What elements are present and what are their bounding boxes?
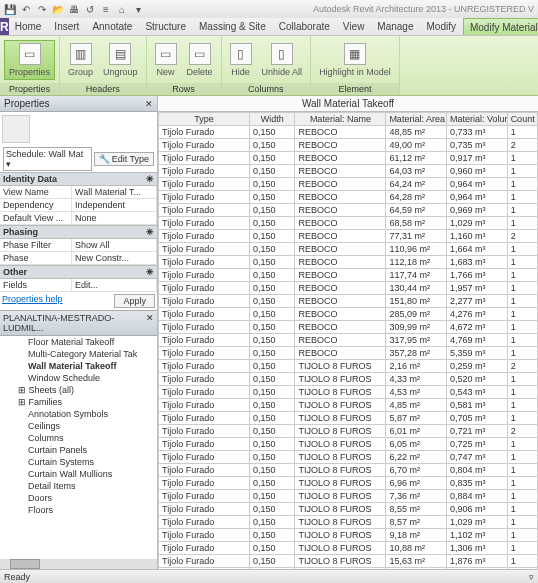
table-row[interactable]: Tijolo Furado0,150REBOCO317,95 m²4,769 m… <box>159 334 538 347</box>
table-cell[interactable]: REBOCO <box>295 308 386 321</box>
table-cell[interactable]: Tijolo Furado <box>159 451 250 464</box>
table-cell[interactable]: 10,88 m² <box>386 542 447 555</box>
table-cell[interactable]: 9,18 m² <box>386 529 447 542</box>
table-cell[interactable]: Tijolo Furado <box>159 542 250 555</box>
table-cell[interactable]: 0,150 <box>249 399 294 412</box>
table-cell[interactable]: 8,57 m² <box>386 516 447 529</box>
horizontal-scrollbar[interactable] <box>0 559 157 569</box>
table-cell[interactable]: 0,150 <box>249 347 294 360</box>
table-cell[interactable]: Tijolo Furado <box>159 295 250 308</box>
table-cell[interactable]: 0,150 <box>249 204 294 217</box>
table-cell[interactable]: 2,277 m³ <box>447 295 508 308</box>
table-cell[interactable]: 0,735 m³ <box>447 139 508 152</box>
app-menu-icon[interactable]: R <box>0 18 9 35</box>
table-cell[interactable]: 0,969 m³ <box>447 204 508 217</box>
table-cell[interactable]: TIJOLO 8 FUROS <box>295 568 386 570</box>
table-cell[interactable]: 0,150 <box>249 295 294 308</box>
table-cell[interactable]: 0,150 <box>249 269 294 282</box>
new-button[interactable]: ▭New <box>151 41 181 79</box>
table-cell[interactable]: Tijolo Furado <box>159 568 250 570</box>
table-cell[interactable]: Tijolo Furado <box>159 308 250 321</box>
table-cell[interactable]: 0,960 m³ <box>447 165 508 178</box>
table-cell[interactable]: 0,150 <box>249 516 294 529</box>
table-cell[interactable]: 1,964 m³ <box>447 568 508 570</box>
table-cell[interactable]: 1 <box>507 334 537 347</box>
sync-icon[interactable]: ↺ <box>84 3 96 15</box>
filter-icon[interactable]: ▿ <box>529 572 534 582</box>
table-cell[interactable]: 6,96 m² <box>386 477 447 490</box>
table-cell[interactable]: TIJOLO 8 FUROS <box>295 412 386 425</box>
table-cell[interactable]: Tijolo Furado <box>159 464 250 477</box>
table-cell[interactable]: TIJOLO 8 FUROS <box>295 490 386 503</box>
table-cell[interactable]: 5,359 m³ <box>447 347 508 360</box>
tree-node[interactable]: Floor Material Takeoff <box>0 336 157 348</box>
table-cell[interactable]: 1 <box>507 295 537 308</box>
tree-node[interactable]: Curtain Panels <box>0 444 157 456</box>
table-cell[interactable]: 0,150 <box>249 139 294 152</box>
table-cell[interactable]: REBOCO <box>295 269 386 282</box>
table-cell[interactable]: 130,44 m² <box>386 282 447 295</box>
table-cell[interactable]: 6,05 m² <box>386 438 447 451</box>
table-cell[interactable]: TIJOLO 8 FUROS <box>295 555 386 568</box>
table-cell[interactable]: 1 <box>507 269 537 282</box>
tree-node[interactable]: Wall Material Takeoff <box>0 360 157 372</box>
table-cell[interactable]: 0,150 <box>249 568 294 570</box>
column-header[interactable]: Type <box>159 113 250 126</box>
table-cell[interactable]: 0,150 <box>249 386 294 399</box>
property-value[interactable]: New Constr... <box>72 252 157 265</box>
table-cell[interactable]: Tijolo Furado <box>159 152 250 165</box>
table-cell[interactable]: REBOCO <box>295 256 386 269</box>
open-icon[interactable]: 📂 <box>52 3 64 15</box>
table-cell[interactable]: REBOCO <box>295 204 386 217</box>
table-cell[interactable]: 0,917 m³ <box>447 152 508 165</box>
group-button[interactable]: ▥Group <box>64 41 97 79</box>
table-cell[interactable]: 1 <box>507 542 537 555</box>
table-cell[interactable]: 64,03 m² <box>386 165 447 178</box>
table-cell[interactable]: 2 <box>507 139 537 152</box>
table-cell[interactable]: 0,150 <box>249 529 294 542</box>
table-cell[interactable]: Tijolo Furado <box>159 503 250 516</box>
tree-node[interactable]: ⊞ Sheets (all) <box>0 384 157 396</box>
table-cell[interactable]: 6,70 m² <box>386 464 447 477</box>
table-cell[interactable]: 1 <box>507 347 537 360</box>
table-cell[interactable]: Tijolo Furado <box>159 477 250 490</box>
table-cell[interactable]: 309,99 m² <box>386 321 447 334</box>
table-cell[interactable]: 0,150 <box>249 438 294 451</box>
measure-icon[interactable]: ≡ <box>100 3 112 15</box>
table-row[interactable]: Tijolo Furado0,150REBOCO64,03 m²0,960 m³… <box>159 165 538 178</box>
table-cell[interactable]: 0,150 <box>249 165 294 178</box>
table-cell[interactable]: 0,150 <box>249 126 294 139</box>
table-row[interactable]: Tijolo Furado0,150REBOCO130,44 m²1,957 m… <box>159 282 538 295</box>
table-row[interactable]: Tijolo Furado0,150REBOCO77,31 m²1,160 m³… <box>159 230 538 243</box>
property-group-header[interactable]: Phasing✳ <box>0 225 157 239</box>
table-cell[interactable]: 0,150 <box>249 555 294 568</box>
table-cell[interactable]: 0,150 <box>249 412 294 425</box>
table-cell[interactable]: 1 <box>507 529 537 542</box>
table-cell[interactable]: TIJOLO 8 FUROS <box>295 386 386 399</box>
table-cell[interactable]: 0,581 m³ <box>447 399 508 412</box>
project-browser[interactable]: Floor Material TakeoffMulti-Category Mat… <box>0 336 157 559</box>
table-cell[interactable]: Tijolo Furado <box>159 386 250 399</box>
table-cell[interactable]: 1 <box>507 399 537 412</box>
table-row[interactable]: Tijolo Furado0,150TIJOLO 8 FUROS8,57 m²1… <box>159 516 538 529</box>
table-cell[interactable]: 8,55 m² <box>386 503 447 516</box>
table-cell[interactable]: 1,664 m³ <box>447 243 508 256</box>
table-row[interactable]: Tijolo Furado0,150TIJOLO 8 FUROS6,01 m²0… <box>159 425 538 438</box>
dropdown-icon[interactable]: ▾ <box>132 3 144 15</box>
table-row[interactable]: Tijolo Furado0,150REBOCO64,28 m²0,964 m³… <box>159 191 538 204</box>
table-cell[interactable]: 1 <box>507 568 537 570</box>
table-cell[interactable]: REBOCO <box>295 243 386 256</box>
table-cell[interactable]: 0,150 <box>249 542 294 555</box>
property-value[interactable]: Edit... <box>72 279 157 292</box>
table-cell[interactable]: 1 <box>507 464 537 477</box>
table-cell[interactable]: Tijolo Furado <box>159 360 250 373</box>
table-cell[interactable]: 1 <box>507 217 537 230</box>
table-cell[interactable]: 64,28 m² <box>386 191 447 204</box>
table-cell[interactable]: Tijolo Furado <box>159 204 250 217</box>
column-header[interactable]: Count <box>507 113 537 126</box>
table-cell[interactable]: 1 <box>507 386 537 399</box>
table-cell[interactable]: 64,59 m² <box>386 204 447 217</box>
table-cell[interactable]: 4,769 m³ <box>447 334 508 347</box>
ribbon-tab-modify-material-takeoff[interactable]: Modify Material Takeoff <box>463 18 538 35</box>
tree-node[interactable]: Curtain Wall Mullions <box>0 468 157 480</box>
